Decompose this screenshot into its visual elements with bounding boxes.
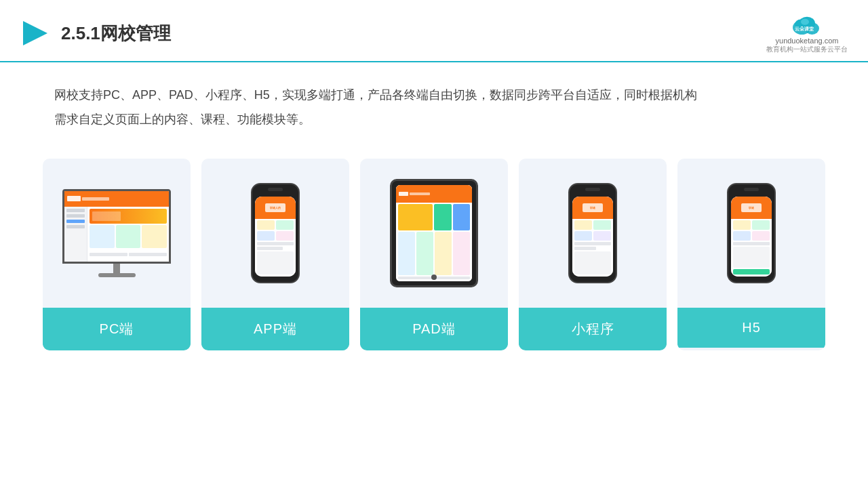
card-h5-label: H5	[677, 308, 825, 348]
svg-text:云朵课堂: 云朵课堂	[795, 26, 814, 31]
phone-device-app: 职途人的	[251, 183, 300, 283]
header-left: 2.5.1网校管理	[20, 18, 171, 48]
logo-area: 云朵课堂 yunduoketang.com 教育机构一站式服务云平台	[766, 12, 848, 54]
cards-container: PC端 职途人的	[0, 145, 868, 364]
description-text: 网校支持PC、APP、PAD、小程序、H5，实现多端打通，产品各终端自由切换，数…	[0, 62, 868, 138]
tablet-screen	[396, 185, 472, 281]
card-pad: PAD端	[360, 159, 508, 350]
cloud-logo-icon: 云朵课堂	[787, 12, 827, 37]
monitor-screen	[62, 189, 171, 264]
card-h5-image: 职途	[677, 159, 825, 308]
svg-point-5	[801, 19, 809, 25]
phone-screen-mini: 职途	[572, 197, 613, 277]
phone-device-h5: 职途	[727, 183, 776, 283]
card-h5: 职途	[677, 159, 825, 350]
logo-subtitle: 教育机构一站式服务云平台	[766, 45, 848, 54]
phone-screen-h5: 职途	[731, 197, 772, 277]
phone-notch-h5	[744, 188, 759, 191]
tablet-button	[431, 274, 437, 280]
phone-notch-mini	[585, 188, 600, 191]
card-pad-label: PAD端	[360, 308, 508, 350]
monitor-neck	[113, 264, 120, 273]
card-miniprogram-image: 职途	[519, 159, 667, 308]
card-app: 职途人的	[201, 159, 349, 350]
card-pad-image	[360, 159, 508, 308]
description-line1: 网校支持PC、APP、PAD、小程序、H5，实现多端打通，产品各终端自由切换，数…	[54, 83, 814, 107]
description-line2: 需求自定义页面上的内容、课程、功能模块等。	[54, 107, 814, 131]
phone-screen-app: 职途人的	[255, 197, 296, 277]
card-miniprogram: 职途	[519, 159, 667, 350]
play-icon	[20, 18, 50, 48]
card-pc-label: PC端	[43, 308, 191, 350]
card-app-image: 职途人的	[201, 159, 349, 308]
page-title: 2.5.1网校管理	[61, 22, 171, 45]
card-app-label: APP端	[201, 308, 349, 350]
page-header: 2.5.1网校管理 云朵课堂 yunduoketang.com 教育机构一站式服…	[0, 0, 868, 62]
monitor-base	[98, 273, 136, 277]
phone-device-miniprogram: 职途	[568, 183, 617, 283]
monitor-device	[62, 189, 171, 277]
phone-notch	[268, 188, 283, 191]
svg-marker-0	[23, 21, 47, 45]
card-pc-image	[43, 159, 191, 308]
logo-url: yunduoketang.com	[776, 37, 839, 45]
card-pc: PC端	[43, 159, 191, 350]
card-miniprogram-label: 小程序	[519, 308, 667, 350]
tablet-device	[390, 179, 478, 287]
